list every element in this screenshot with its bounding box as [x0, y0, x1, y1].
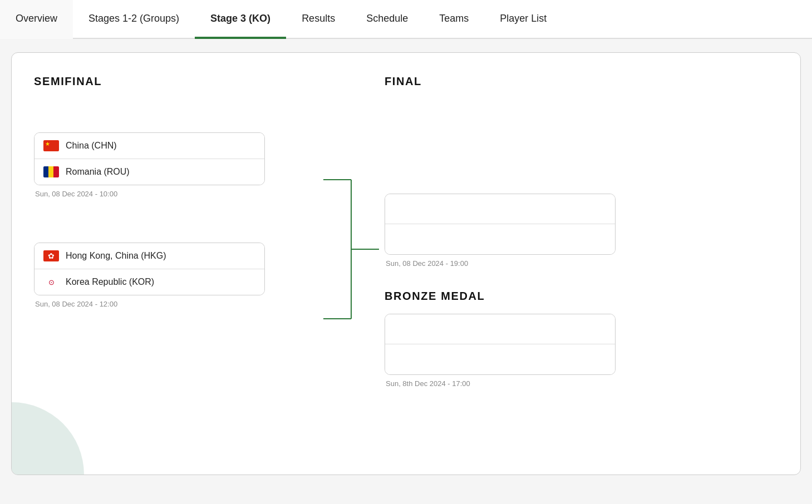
- semifinal-match2-team1-name: Hong Kong, China (HKG): [66, 251, 166, 261]
- semifinal-match1-teams: China (CHN) Romania (ROU): [34, 132, 265, 185]
- nav-stage-3[interactable]: Stage 3 (KO): [195, 0, 286, 39]
- bracket-lines: [323, 120, 379, 431]
- semifinal-match2-teams: Hong Kong, China (HKG) Korea Republic (K…: [34, 243, 265, 295]
- semifinal-match2-team1[interactable]: Hong Kong, China (HKG): [35, 243, 264, 269]
- semifinal-match2-date: Sun, 08 Dec 2024 - 12:00: [34, 300, 323, 308]
- nav-teams[interactable]: Teams: [424, 0, 484, 39]
- bronze-team2[interactable]: [385, 344, 615, 374]
- final-column: FINAL Sun, 08 Dec 2024 - 19:00 BRONZE ME…: [379, 70, 778, 388]
- semifinal-match1-team2[interactable]: Romania (ROU): [35, 159, 264, 185]
- nav-stages-1-2[interactable]: Stages 1-2 (Groups): [73, 0, 195, 39]
- semifinal-label: SEMIFINAL: [34, 75, 323, 88]
- nav-overview[interactable]: Overview: [0, 0, 73, 39]
- romania-flag: [43, 166, 59, 177]
- bracket-card: SEMIFINAL China (CHN) Romania (ROU) Sun: [11, 52, 801, 475]
- final-team2[interactable]: [385, 224, 615, 254]
- bronze-match-date: Sun, 8th Dec 2024 - 17:00: [385, 379, 778, 388]
- semifinal-match1-date: Sun, 08 Dec 2024 - 10:00: [34, 190, 323, 198]
- final-team1[interactable]: [385, 194, 615, 224]
- semifinal-match2-team2-name: Korea Republic (KOR): [66, 277, 154, 287]
- nav-results[interactable]: Results: [286, 0, 351, 39]
- semifinal-column: SEMIFINAL China (CHN) Romania (ROU) Sun: [34, 70, 323, 388]
- bronze-match-teams: [385, 314, 616, 375]
- nav-schedule[interactable]: Schedule: [351, 0, 424, 39]
- semifinal-match1-team2-name: Romania (ROU): [66, 167, 130, 177]
- final-label: FINAL: [385, 75, 778, 88]
- china-flag: [43, 140, 59, 151]
- bronze-team1[interactable]: [385, 314, 615, 344]
- semifinal-match2-team2[interactable]: Korea Republic (KOR): [35, 269, 264, 295]
- kor-flag: [43, 276, 59, 288]
- hkg-flag: [43, 250, 59, 261]
- bronze-label: BRONZE MEDAL: [385, 290, 778, 303]
- semifinal-match1-team1[interactable]: China (CHN): [35, 133, 264, 159]
- final-match-teams: [385, 194, 616, 255]
- navigation: Overview Stages 1-2 (Groups) Stage 3 (KO…: [0, 0, 812, 39]
- main-content: SEMIFINAL China (CHN) Romania (ROU) Sun: [0, 39, 812, 504]
- semifinal-match1-team1-name: China (CHN): [66, 141, 117, 151]
- final-match: Sun, 08 Dec 2024 - 19:00: [385, 194, 778, 268]
- nav-player-list[interactable]: Player List: [484, 0, 562, 39]
- bracket-connector: [323, 70, 379, 388]
- bronze-medal-section: BRONZE MEDAL Sun, 8th Dec 2024 - 17:00: [385, 290, 778, 388]
- final-match-date: Sun, 08 Dec 2024 - 19:00: [385, 259, 778, 268]
